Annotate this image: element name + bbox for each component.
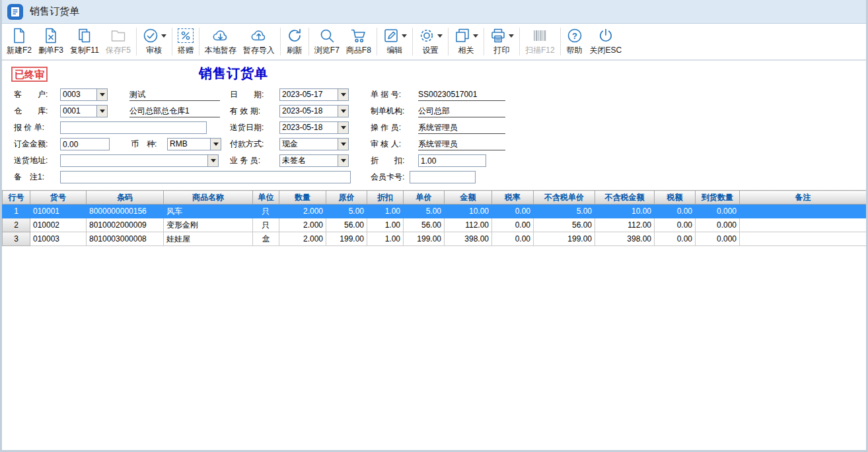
table-cell[interactable] (740, 205, 867, 218)
close-button[interactable]: 关闭ESC (587, 24, 626, 59)
table-cell[interactable]: 0.00 (655, 218, 696, 232)
table-cell[interactable]: 10.00 (445, 205, 492, 218)
table-cell[interactable]: 盒 (253, 232, 279, 246)
table-cell[interactable]: 0.00 (655, 232, 696, 246)
table-cell[interactable]: 8010002000009 (87, 218, 164, 232)
table-cell[interactable]: 2.000 (279, 205, 326, 218)
column-header-15[interactable]: 备注 (740, 191, 867, 205)
dropdown-caret-icon[interactable] (509, 34, 514, 40)
table-row[interactable]: 20100028010002000009变形金刚只2.00056.001.005… (3, 218, 867, 232)
table-row[interactable]: 30100038010003000008娃娃屋盒2.000199.001.001… (3, 232, 867, 246)
table-cell[interactable]: 112.00 (595, 218, 655, 232)
dropdown-arrow-icon[interactable] (96, 106, 107, 117)
dropdown-arrow-icon[interactable] (338, 122, 348, 133)
table-cell[interactable]: 5.00 (404, 205, 445, 218)
refresh-button[interactable]: 刷新 (283, 24, 307, 59)
table-cell[interactable]: 0.000 (696, 232, 740, 246)
table-cell[interactable]: 398.00 (595, 232, 655, 246)
table-cell[interactable]: 1.00 (367, 205, 404, 218)
table-cell[interactable]: 娃娃屋 (164, 232, 253, 246)
delete-button[interactable]: 删单F3 (35, 24, 67, 59)
dropdown-arrow-icon[interactable] (96, 89, 107, 100)
column-header-12[interactable]: 不含税金额 (595, 191, 655, 205)
table-cell[interactable]: 2.000 (279, 232, 326, 246)
quotation-input[interactable] (60, 121, 207, 134)
table-cell[interactable]: 010002 (30, 218, 87, 232)
date-combo[interactable]: 2023-05-17 (279, 88, 349, 101)
dropdown-arrow-icon[interactable] (338, 139, 348, 150)
table-cell[interactable]: 8010003000008 (87, 232, 164, 246)
new-button[interactable]: 新建F2 (3, 24, 35, 59)
remark1-input[interactable] (60, 171, 351, 183)
table-cell[interactable]: 199.00 (326, 232, 367, 246)
dropdown-arrow-icon[interactable] (338, 106, 348, 117)
row-number-cell[interactable]: 2 (3, 218, 30, 232)
scan-button[interactable]: 扫描F12 (522, 24, 558, 59)
column-header-7[interactable]: 折扣 (367, 191, 404, 205)
member-card-input[interactable] (410, 171, 476, 183)
table-cell[interactable]: 0.00 (492, 218, 534, 232)
settings-button[interactable]: 设置 (415, 24, 446, 59)
column-header-10[interactable]: 税率 (492, 191, 534, 205)
payment-method-combo[interactable]: 现金 (279, 138, 349, 150)
table-cell[interactable]: 10.00 (595, 205, 655, 218)
table-cell[interactable]: 0.00 (655, 205, 696, 218)
column-header-3[interactable]: 商品名称 (164, 191, 253, 205)
table-cell[interactable]: 199.00 (404, 232, 445, 246)
gift-button[interactable]: 搭赠 (174, 24, 197, 59)
product-button[interactable]: 商品F8 (343, 24, 375, 59)
table-cell[interactable]: 1.00 (367, 232, 404, 246)
currency-combo[interactable]: RMB (167, 138, 221, 150)
column-header-11[interactable]: 不含税单价 (534, 191, 595, 205)
table-cell[interactable]: 0.000 (696, 205, 740, 218)
dropdown-caret-icon[interactable] (402, 34, 407, 40)
column-header-6[interactable]: 原价 (326, 191, 367, 205)
row-number-cell[interactable]: 3 (3, 232, 30, 246)
table-row[interactable]: 10100018000000000156风车只2.0005.001.005.00… (3, 205, 867, 218)
table-cell[interactable]: 56.00 (326, 218, 367, 232)
print-button[interactable]: 打印 (486, 24, 517, 59)
dropdown-arrow-icon[interactable] (207, 155, 218, 166)
column-header-2[interactable]: 条码 (87, 191, 164, 205)
table-cell[interactable]: 010001 (30, 205, 87, 218)
column-header-9[interactable]: 金额 (445, 191, 492, 205)
dropdown-arrow-icon[interactable] (338, 89, 348, 100)
dropdown-caret-icon[interactable] (161, 34, 166, 40)
table-cell[interactable]: 112.00 (445, 218, 492, 232)
local-save-button[interactable]: 本地暂存 (201, 24, 240, 59)
related-button[interactable]: 相关 (451, 24, 482, 59)
column-header-14[interactable]: 到货数量 (696, 191, 740, 205)
save-button[interactable]: 保存F5 (102, 24, 134, 59)
column-header-8[interactable]: 单价 (404, 191, 445, 205)
table-cell[interactable]: 2.000 (279, 218, 326, 232)
browse-button[interactable]: 浏览F7 (311, 24, 343, 59)
table-cell[interactable]: 风车 (164, 205, 253, 218)
column-header-1[interactable]: 货号 (30, 191, 87, 205)
table-cell[interactable]: 1.00 (367, 218, 404, 232)
delivery-address-combo[interactable] (60, 154, 219, 167)
help-button[interactable]: ? 帮助 (563, 24, 587, 59)
table-cell[interactable]: 010003 (30, 232, 87, 246)
row-number-cell[interactable]: 1 (3, 205, 30, 218)
column-header-0[interactable]: 行号 (3, 191, 30, 205)
column-header-13[interactable]: 税额 (655, 191, 696, 205)
column-header-5[interactable]: 数量 (279, 191, 326, 205)
table-cell[interactable]: 199.00 (534, 232, 595, 246)
copy-button[interactable]: 复制F11 (67, 24, 102, 59)
edit-button[interactable]: 编辑 (379, 24, 410, 59)
dropdown-arrow-icon[interactable] (338, 155, 348, 166)
table-cell[interactable]: 56.00 (404, 218, 445, 232)
dropdown-arrow-icon[interactable] (210, 139, 221, 150)
table-cell[interactable] (740, 218, 867, 232)
table-cell[interactable]: 只 (253, 205, 279, 218)
table-cell[interactable]: 0.00 (492, 232, 534, 246)
discount-input[interactable] (418, 154, 486, 167)
customer-code-combo[interactable]: 0003 (60, 88, 108, 101)
table-cell[interactable]: 只 (253, 218, 279, 232)
table-cell[interactable]: 5.00 (326, 205, 367, 218)
table-cell[interactable]: 8000000000156 (87, 205, 164, 218)
audit-button[interactable]: 审核 (139, 24, 170, 59)
table-cell[interactable]: 5.00 (534, 205, 595, 218)
dropdown-caret-icon[interactable] (437, 34, 443, 40)
table-cell[interactable]: 0.00 (492, 205, 534, 218)
